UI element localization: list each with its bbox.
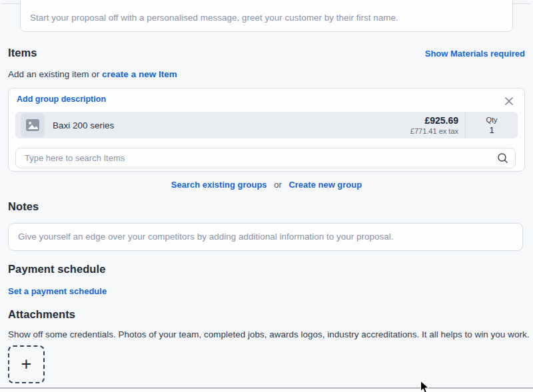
item-row[interactable]: Baxi 200 series £925.69 £771.41 ex tax Q… <box>15 112 518 138</box>
add-item-text: Add an existing item or <box>8 69 99 79</box>
item-name: Baxi 200 series <box>53 120 114 130</box>
item-thumbnail <box>21 113 45 137</box>
item-search-wrap <box>15 148 516 168</box>
item-search-input[interactable] <box>15 148 516 168</box>
add-item-line: Add an existing item or create a new Ite… <box>8 69 177 79</box>
image-placeholder-icon <box>25 118 40 132</box>
payment-schedule-heading: Payment schedule <box>8 263 106 276</box>
item-qty-cell[interactable]: Qty 1 <box>466 116 518 135</box>
set-payment-schedule-link[interactable]: Set a payment schedule <box>8 286 107 296</box>
create-new-group-link[interactable]: Create new group <box>288 180 362 190</box>
items-heading: Items <box>8 47 37 59</box>
proposal-editor-screen: Items Show Materials required Add an exi… <box>0 0 533 392</box>
plus-icon: + <box>21 355 32 373</box>
item-price-ex-tax: £771.41 ex tax <box>410 127 458 135</box>
item-price: £925.69 <box>410 115 458 126</box>
add-attachment-button[interactable]: + <box>8 345 45 383</box>
item-price-block: £925.69 £771.41 ex tax <box>410 115 465 135</box>
search-existing-groups-link[interactable]: Search existing groups <box>171 180 267 190</box>
add-group-description-link[interactable]: Add group description <box>17 95 106 104</box>
attachments-heading: Attachments <box>8 308 75 321</box>
qty-value: 1 <box>466 125 518 135</box>
qty-label: Qty <box>466 116 518 124</box>
personal-message-input[interactable] <box>20 0 513 32</box>
create-new-item-link[interactable]: create a new Item <box>102 69 177 79</box>
search-icon <box>497 152 508 164</box>
group-links-row: Search existing groups or Create new gro… <box>8 180 525 190</box>
or-text: or <box>274 180 282 190</box>
attachments-description: Show off some credentials. Photos of you… <box>8 329 529 339</box>
bottom-strip <box>0 389 533 392</box>
close-icon <box>504 96 514 106</box>
close-group-button[interactable] <box>504 96 514 106</box>
notes-input[interactable] <box>8 223 523 251</box>
notes-heading: Notes <box>8 200 39 213</box>
show-materials-link[interactable]: Show Materials required <box>425 49 525 59</box>
item-group-card: Add group description Baxi 200 series £9… <box>8 88 525 172</box>
